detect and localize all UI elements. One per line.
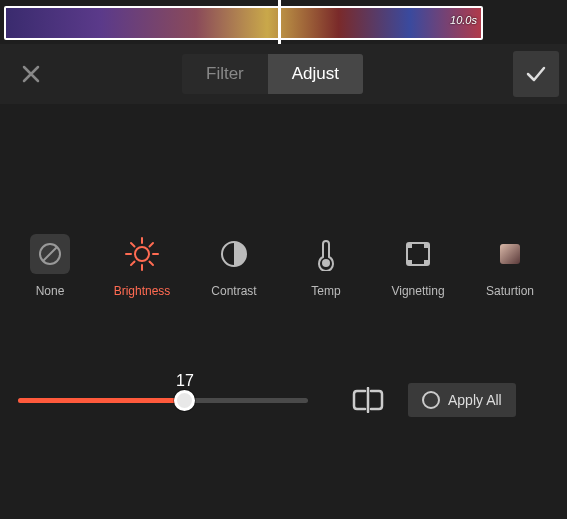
video-clip[interactable] [4,6,483,40]
svg-line-9 [131,262,135,266]
option-saturation[interactable]: Saturtion [478,234,542,298]
top-bar: Filter Adjust [0,44,567,104]
option-none-label: None [36,284,65,298]
compare-icon [351,387,385,413]
svg-line-1 [43,247,57,261]
option-none[interactable]: None [18,234,82,298]
confirm-button[interactable] [513,51,559,97]
slider-fill [18,398,184,403]
contrast-icon [214,234,254,274]
apply-all-label: Apply All [448,392,502,408]
svg-line-8 [150,262,154,266]
slider-track[interactable] [18,398,308,403]
timeline[interactable]: 10.0s [0,0,567,44]
option-brightness[interactable]: Brightness [110,234,174,298]
circle-icon [422,391,440,409]
check-icon [524,62,548,86]
apply-all-button[interactable]: Apply All [408,383,516,417]
svg-rect-14 [500,244,520,264]
svg-point-2 [135,247,149,261]
tab-adjust[interactable]: Adjust [268,54,363,94]
option-contrast-label: Contrast [211,284,256,298]
clip-timecode: 10.0s [450,14,477,26]
option-temp-label: Temp [311,284,340,298]
temp-icon [306,234,346,274]
slider-thumb[interactable] [174,390,195,411]
none-icon [30,234,70,274]
slider-row: 17 Apply All [0,298,567,420]
adjust-slider[interactable]: 17 [18,398,308,403]
svg-point-12 [322,259,330,267]
adjust-options-row: None Brightness Contrast Temp Vignetting… [0,104,567,298]
slider-value: 17 [176,372,194,390]
close-icon [20,63,42,85]
vignetting-icon [398,234,438,274]
brightness-icon [122,234,162,274]
saturation-icon [490,234,530,274]
option-saturation-label: Saturtion [486,284,534,298]
option-contrast[interactable]: Contrast [202,234,266,298]
tab-filter[interactable]: Filter [182,54,268,94]
playhead[interactable] [278,0,281,44]
option-brightness-label: Brightness [114,284,171,298]
option-vignetting-label: Vignetting [391,284,444,298]
option-vignetting[interactable]: Vignetting [386,234,450,298]
tab-group: Filter Adjust [182,54,363,94]
option-temp[interactable]: Temp [294,234,358,298]
svg-line-10 [150,243,154,247]
compare-button[interactable] [348,380,388,420]
close-button[interactable] [8,51,54,97]
svg-line-7 [131,243,135,247]
